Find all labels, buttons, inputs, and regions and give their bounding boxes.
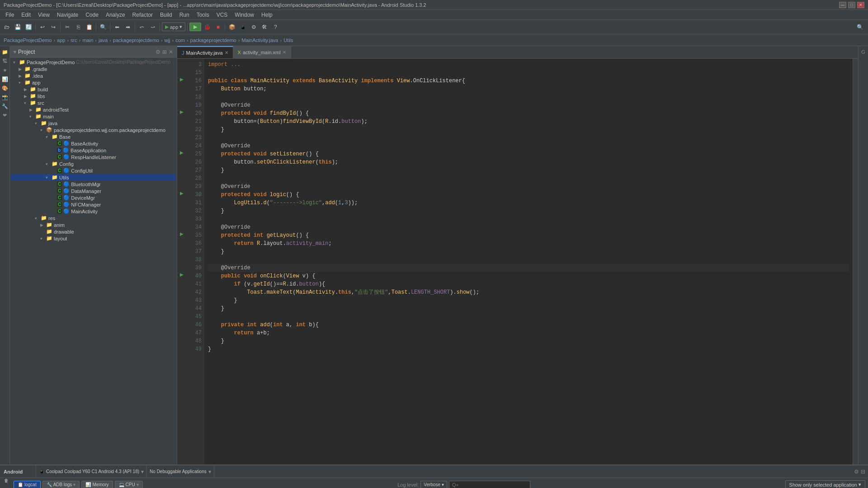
tree-item-anim[interactable]: ▶ 📁 anim [11,221,176,228]
tree-item-root[interactable]: ▾ 📁 PackageProjectDemo C:\Users\Ezreal\D… [11,59,176,66]
toolbar-btn-5[interactable]: ⬅ [112,22,122,32]
log-level-dropdown[interactable]: Verbose ▾ [420,481,447,488]
nav-crumb-com[interactable]: com [175,38,185,43]
build-variants-icon[interactable]: 🔧 [1,102,9,110]
log-scroll-btn[interactable]: ↓ [3,485,10,488]
tree-item-gradle[interactable]: ▶ 📁 .gradle [11,66,176,72]
tree-item-androidtest[interactable]: ▶ 📁 androidTest [11,106,176,113]
project-panel-settings-icon[interactable]: ⚙ [156,49,160,55]
tree-item-devicemgr[interactable]: C 🔵 DeviceMgr [11,194,176,201]
toolbar-btn-sync[interactable]: 🔄 [24,22,33,32]
tree-item-mainactivity[interactable]: C 🔵 MainActivity [11,208,176,215]
nav-crumb-file[interactable]: MainActivity.java [241,38,278,43]
tree-item-configutil[interactable]: C 🔵 ConfigUtil [11,167,176,174]
toolbar-btn-avd[interactable]: 📱 [238,22,248,32]
debug-button[interactable]: 🐞 [202,22,212,32]
menu-analyze[interactable]: Analyze [102,11,129,19]
adb-dropdown-arrow[interactable]: ▾ [73,482,75,487]
toolbar-btn-sdk2[interactable]: 🛠 [259,22,269,32]
menu-view[interactable]: View [34,11,53,19]
gutter-arrow-30[interactable]: ▶ [180,191,184,196]
menu-window[interactable]: Window [231,11,258,19]
bottom-panel-restore-icon[interactable]: ⊟ [861,469,865,475]
tree-item-base[interactable]: ▾ 📁 Base [11,133,176,140]
tree-item-baseapplication[interactable]: b 🔵 BaseApplication [11,147,176,154]
menu-help[interactable]: Help [258,11,276,19]
tree-item-bluetoothmgr[interactable]: C 🔵 BluetoothMgr [11,181,176,188]
nav-crumb-src[interactable]: src [71,38,77,43]
tree-item-main[interactable]: ▾ 📁 main [11,113,176,120]
tree-item-package[interactable]: ▾ 📦 packageprojectdemo.wjj.com.packagepr… [11,127,176,133]
favorites-icon[interactable]: ★ [1,66,9,74]
toolbar-btn-undo[interactable]: ↩ [38,22,47,32]
favorites2-icon[interactable]: ❤ [1,111,9,119]
tree-item-config[interactable]: ▾ 📁 Config [11,160,176,167]
device-dropdown-arrow[interactable]: ▾ [141,469,144,475]
log-tab-cpu[interactable]: 💻 CPU ▾ [115,481,143,488]
nav-crumb-utils[interactable]: Utils [283,38,293,43]
tab-xml-close[interactable]: ✕ [283,50,286,55]
toolbar-btn-nav-back[interactable]: ⤺ [137,22,147,32]
nav-crumb-main[interactable]: main [82,38,93,43]
log-search-input[interactable] [449,481,530,488]
tree-item-baseactivity[interactable]: C 🔵 BaseActivity [11,140,176,147]
tree-item-idea[interactable]: ▶ 📁 .idea [11,72,176,79]
gutter-arrow-20[interactable]: ▶ [180,109,184,114]
nav-crumb-package[interactable]: packageprojectdemo [113,38,159,43]
gutter-arrow-35[interactable]: ▶ [180,231,184,236]
tab-mainactivity[interactable]: J MainActivity.java ✕ [177,46,233,58]
nav-crumb-app[interactable]: app [57,38,65,43]
search-everywhere-button[interactable]: 🔍 [854,22,866,32]
toolbar-btn-nav-fwd[interactable]: ⤻ [148,22,158,32]
menu-edit[interactable]: Edit [18,11,34,19]
maximize-button[interactable]: □ [848,2,855,8]
capture-icon[interactable]: 📸 [1,93,9,101]
tree-item-drawable[interactable]: 📁 drawable [11,228,176,235]
toolbar-btn-settings[interactable]: ⚙ [249,22,259,32]
bottom-panel-settings-icon[interactable]: ⚙ [854,469,859,475]
tree-item-utils[interactable]: ▾ 📁 Utils [11,174,176,181]
gutter-arrow-25[interactable]: ▶ [180,150,184,155]
structure-icon[interactable]: 🏗 [1,57,9,65]
gutter-arrow-40[interactable]: ▶ [180,272,184,277]
run-button[interactable]: ▶ [189,23,201,31]
tree-item-libs[interactable]: ▶ 📁 libs [11,93,176,99]
log-clear-btn[interactable]: 🗑 [3,477,10,484]
tab-activity-main-xml[interactable]: X activity_main.xml ✕ [233,46,291,58]
menu-run[interactable]: Run [176,11,193,19]
menu-build[interactable]: Build [156,11,176,19]
stop-button[interactable]: ■ [213,22,223,32]
tree-item-src[interactable]: ▾ 📁 src [11,99,176,106]
project-panel-close-icon[interactable]: ✕ [169,49,173,55]
tree-item-datamanager[interactable]: C 🔵 DataManager [11,188,176,194]
toolbar-btn-copy[interactable]: ⎘ [73,22,83,32]
gradle-right-icon[interactable]: G [859,48,868,56]
nav-crumb-wjj[interactable]: wjj [165,38,170,43]
tree-item-build[interactable]: ▶ 📁 build [11,86,176,93]
toolbar-btn-redo[interactable]: ↪ [48,22,58,32]
menu-code[interactable]: Code [82,11,102,19]
palette-icon[interactable]: 🎨 [1,84,9,92]
tree-item-app[interactable]: ▾ 📁 app [11,79,176,86]
menu-navigate[interactable]: Navigate [53,11,82,19]
project-icon[interactable]: 📁 [1,48,9,56]
show-selected-btn[interactable]: Show only selected application ▾ [785,480,865,488]
toolbar-btn-6[interactable]: ➡ [123,22,133,32]
android-monitor-icon[interactable]: 📊 [1,75,9,83]
log-tab-adb[interactable]: 🔧 ADB logs ▾ [42,481,80,488]
log-tab-memory[interactable]: 📊 Memory [81,481,113,488]
menu-file[interactable]: File [2,11,18,19]
close-button[interactable]: ✕ [857,2,864,8]
tree-item-java[interactable]: ▾ 📁 java [11,120,176,127]
nav-crumb-pkg2[interactable]: packageprojectdemo [190,38,236,43]
toolbar-btn-find[interactable]: 🔍 [98,22,108,32]
code-content[interactable]: import ... public class MainActivity ext… [204,59,853,465]
tab-mainactivity-close[interactable]: ✕ [225,50,228,55]
tree-item-layout[interactable]: ▾ 📁 layout [11,235,176,242]
debug-app-dropdown-arrow[interactable]: ▾ [208,469,211,475]
menu-tools[interactable]: Tools [193,11,213,19]
toolbar-btn-cut[interactable]: ✂ [62,22,72,32]
toolbar-btn-save[interactable]: 💾 [13,22,23,32]
toolbar-btn-sdk[interactable]: 📦 [227,22,237,32]
app-selector[interactable]: ▶ app ▾ [162,23,185,31]
